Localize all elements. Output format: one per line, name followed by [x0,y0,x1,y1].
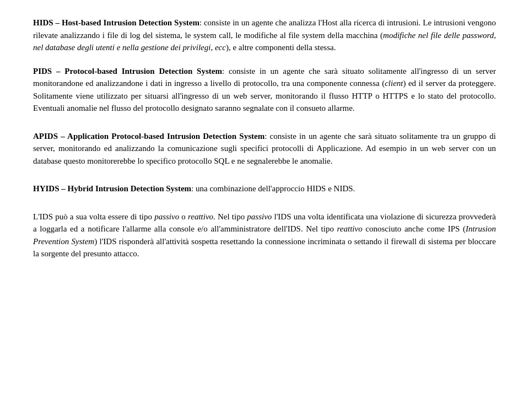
pids-paragraph: PIDS – Protocol-based Intrusion Detectio… [33,65,496,115]
apids-term: APIDS – Application Protocol-based Intru… [33,132,264,141]
ids-types-text: L'IDS può a sua volta essere di tipo pas… [33,212,496,259]
pids-term: PIDS – Protocol-based Intrusion Detectio… [33,67,222,76]
hids-term: HIDS – Host-based Intrusion Detection Sy… [33,18,199,27]
hids-paragraph: HIDS – Host-based Intrusion Detection Sy… [33,17,496,54]
content-area: HIDS – Host-based Intrusion Detection Sy… [33,17,496,260]
apids-paragraph: APIDS – Application Protocol-based Intru… [33,130,496,168]
ids-types-paragraph: L'IDS può a sua volta essere di tipo pas… [33,211,496,260]
hyids-text: : una combinazione dell'approccio HIDS e… [191,184,355,193]
hyids-paragraph: HYIDS – Hybrid Intrusion Detection Syste… [33,182,496,195]
hyids-term: HYIDS – Hybrid Intrusion Detection Syste… [33,184,191,193]
